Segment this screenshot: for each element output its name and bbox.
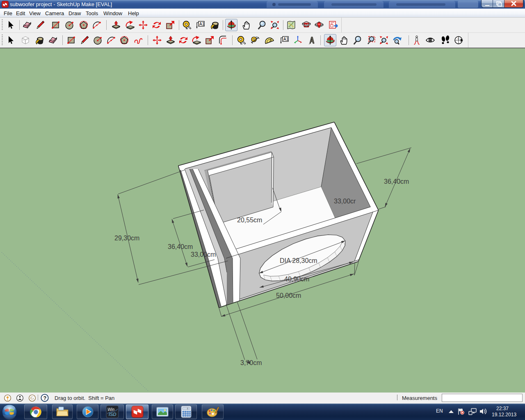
svg-text:20,55cm: 20,55cm <box>237 217 262 224</box>
svg-text:3,70cm: 3,70cm <box>240 359 262 366</box>
svg-text:DIA 28,30cm: DIA 28,30cm <box>280 257 317 264</box>
svg-text:40,90cm: 40,90cm <box>284 276 309 283</box>
svg-text:33,00cm: 33,00cm <box>191 251 216 258</box>
svg-text:0: 0 <box>187 407 188 410</box>
svg-text:33,00cr: 33,00cr <box>334 198 356 205</box>
svg-text:Win: Win <box>107 407 115 412</box>
svg-text:ISD: ISD <box>109 412 116 417</box>
svg-text:50,00cm: 50,00cm <box>276 292 301 299</box>
svg-text:29,30cm: 29,30cm <box>114 235 139 242</box>
svg-text:36,40cm: 36,40cm <box>168 243 193 250</box>
svg-text:36,40cm: 36,40cm <box>384 178 409 185</box>
